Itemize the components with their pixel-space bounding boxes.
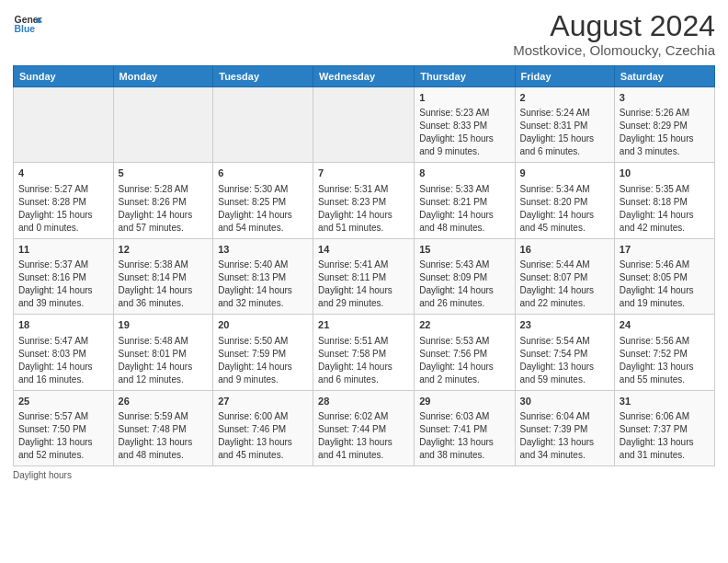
day-number: 3 (620, 91, 710, 105)
day-number: 27 (218, 395, 308, 408)
calendar-cell: 13Sunrise: 5:40 AM Sunset: 8:13 PM Dayli… (213, 238, 313, 314)
day-info: Sunrise: 6:00 AM Sunset: 7:46 PM Dayligh… (218, 411, 292, 460)
day-info: Sunrise: 5:24 AM Sunset: 8:31 PM Dayligh… (520, 108, 595, 156)
calendar-cell: 6Sunrise: 5:30 AM Sunset: 8:25 PM Daylig… (213, 163, 313, 238)
day-number: 17 (620, 243, 710, 257)
day-info: Sunrise: 5:37 AM Sunset: 8:16 PM Dayligh… (18, 259, 93, 308)
calendar-week-2: 4Sunrise: 5:27 AM Sunset: 8:28 PM Daylig… (14, 163, 715, 238)
calendar-cell: 5Sunrise: 5:28 AM Sunset: 8:26 PM Daylig… (113, 163, 213, 238)
calendar-cell (14, 87, 114, 163)
day-header-thursday: Thursday (415, 66, 515, 87)
day-number: 31 (620, 395, 710, 408)
calendar-cell: 20Sunrise: 5:50 AM Sunset: 7:59 PM Dayli… (213, 315, 313, 390)
day-number: 10 (620, 167, 710, 180)
calendar-cell (113, 87, 213, 163)
day-info: Sunrise: 6:06 AM Sunset: 7:37 PM Dayligh… (620, 411, 694, 460)
calendar-cell: 8Sunrise: 5:33 AM Sunset: 8:21 PM Daylig… (415, 163, 515, 238)
day-number: 1 (419, 91, 509, 105)
day-header-monday: Monday (113, 66, 213, 87)
day-number: 11 (18, 243, 108, 257)
day-info: Sunrise: 5:46 AM Sunset: 8:05 PM Dayligh… (620, 259, 694, 308)
calendar-cell: 25Sunrise: 5:57 AM Sunset: 7:50 PM Dayli… (14, 390, 114, 465)
calendar-week-4: 18Sunrise: 5:47 AM Sunset: 8:03 PM Dayli… (14, 315, 715, 390)
day-info: Sunrise: 5:38 AM Sunset: 8:14 PM Dayligh… (119, 259, 193, 308)
day-info: Sunrise: 5:31 AM Sunset: 8:23 PM Dayligh… (318, 184, 392, 233)
calendar-cell: 1Sunrise: 5:23 AM Sunset: 8:33 PM Daylig… (415, 87, 515, 163)
calendar-week-1: 1Sunrise: 5:23 AM Sunset: 8:33 PM Daylig… (14, 87, 715, 163)
day-number: 4 (18, 167, 108, 180)
calendar-cell (313, 87, 415, 163)
calendar-cell: 14Sunrise: 5:41 AM Sunset: 8:11 PM Dayli… (313, 238, 415, 314)
day-header-wednesday: Wednesday (313, 66, 415, 87)
day-info: Sunrise: 6:03 AM Sunset: 7:41 PM Dayligh… (419, 411, 494, 460)
day-number: 29 (419, 395, 509, 408)
calendar-cell: 11Sunrise: 5:37 AM Sunset: 8:16 PM Dayli… (14, 238, 114, 314)
title-block: August 2024 Mostkovice, Olomoucky, Czech… (513, 11, 715, 58)
day-info: Sunrise: 5:54 AM Sunset: 7:54 PM Dayligh… (520, 336, 595, 385)
calendar-cell: 2Sunrise: 5:24 AM Sunset: 8:31 PM Daylig… (515, 87, 614, 163)
page: General Blue August 2024 Mostkovice, Olo… (0, 0, 728, 563)
day-info: Sunrise: 5:59 AM Sunset: 7:48 PM Dayligh… (119, 411, 193, 460)
day-number: 6 (218, 167, 308, 180)
day-number: 7 (318, 167, 409, 180)
day-number: 21 (318, 318, 409, 332)
svg-text:Blue: Blue (15, 24, 36, 34)
calendar-cell: 28Sunrise: 6:02 AM Sunset: 7:44 PM Dayli… (313, 390, 415, 465)
day-info: Sunrise: 5:41 AM Sunset: 8:11 PM Dayligh… (318, 259, 392, 308)
calendar-cell: 3Sunrise: 5:26 AM Sunset: 8:29 PM Daylig… (614, 87, 714, 163)
calendar-cell: 19Sunrise: 5:48 AM Sunset: 8:01 PM Dayli… (113, 315, 213, 390)
logo-icon: General Blue (13, 11, 42, 37)
day-info: Sunrise: 5:28 AM Sunset: 8:26 PM Dayligh… (119, 184, 193, 233)
day-number: 8 (419, 167, 509, 180)
day-info: Sunrise: 5:34 AM Sunset: 8:20 PM Dayligh… (520, 184, 595, 233)
month-title: August 2024 (513, 11, 715, 40)
calendar-cell: 18Sunrise: 5:47 AM Sunset: 8:03 PM Dayli… (14, 315, 114, 390)
day-header-saturday: Saturday (614, 66, 714, 87)
day-number: 23 (520, 318, 609, 332)
day-number: 12 (119, 243, 209, 257)
calendar-cell: 27Sunrise: 6:00 AM Sunset: 7:46 PM Dayli… (213, 390, 313, 465)
calendar-cell: 10Sunrise: 5:35 AM Sunset: 8:18 PM Dayli… (614, 163, 714, 238)
day-info: Sunrise: 5:23 AM Sunset: 8:33 PM Dayligh… (419, 108, 494, 156)
calendar-cell: 22Sunrise: 5:53 AM Sunset: 7:56 PM Dayli… (415, 315, 515, 390)
day-number: 19 (119, 318, 209, 332)
calendar-cell: 24Sunrise: 5:56 AM Sunset: 7:52 PM Dayli… (614, 315, 714, 390)
calendar-cell: 29Sunrise: 6:03 AM Sunset: 7:41 PM Dayli… (415, 390, 515, 465)
day-info: Sunrise: 5:40 AM Sunset: 8:13 PM Dayligh… (218, 259, 292, 308)
calendar-cell: 26Sunrise: 5:59 AM Sunset: 7:48 PM Dayli… (113, 390, 213, 465)
day-number: 25 (18, 395, 108, 408)
day-number: 22 (419, 318, 509, 332)
calendar-header-row: SundayMondayTuesdayWednesdayThursdayFrid… (14, 66, 715, 87)
day-info: Sunrise: 5:47 AM Sunset: 8:03 PM Dayligh… (18, 336, 93, 385)
day-number: 13 (218, 243, 308, 257)
calendar-week-5: 25Sunrise: 5:57 AM Sunset: 7:50 PM Dayli… (14, 390, 715, 465)
day-info: Sunrise: 5:53 AM Sunset: 7:56 PM Dayligh… (419, 336, 494, 385)
day-info: Sunrise: 5:35 AM Sunset: 8:18 PM Dayligh… (620, 184, 694, 233)
day-header-sunday: Sunday (14, 66, 114, 87)
day-info: Sunrise: 6:04 AM Sunset: 7:39 PM Dayligh… (520, 411, 595, 460)
location: Mostkovice, Olomoucky, Czechia (513, 42, 715, 58)
day-number: 30 (520, 395, 609, 408)
day-number: 9 (520, 167, 609, 180)
day-number: 20 (218, 318, 308, 332)
day-info: Sunrise: 5:33 AM Sunset: 8:21 PM Dayligh… (419, 184, 494, 233)
day-number: 24 (620, 318, 710, 332)
calendar-body: 1Sunrise: 5:23 AM Sunset: 8:33 PM Daylig… (14, 87, 715, 466)
calendar-cell: 16Sunrise: 5:44 AM Sunset: 8:07 PM Dayli… (515, 238, 614, 314)
day-number: 14 (318, 243, 409, 257)
header: General Blue August 2024 Mostkovice, Olo… (13, 11, 715, 58)
day-info: Sunrise: 5:51 AM Sunset: 7:58 PM Dayligh… (318, 336, 392, 385)
calendar-cell: 31Sunrise: 6:06 AM Sunset: 7:37 PM Dayli… (614, 390, 714, 465)
calendar-cell: 17Sunrise: 5:46 AM Sunset: 8:05 PM Dayli… (614, 238, 714, 314)
calendar-cell: 21Sunrise: 5:51 AM Sunset: 7:58 PM Dayli… (313, 315, 415, 390)
calendar-cell: 7Sunrise: 5:31 AM Sunset: 8:23 PM Daylig… (313, 163, 415, 238)
calendar-cell: 12Sunrise: 5:38 AM Sunset: 8:14 PM Dayli… (113, 238, 213, 314)
calendar-week-3: 11Sunrise: 5:37 AM Sunset: 8:16 PM Dayli… (14, 238, 715, 314)
calendar-cell: 4Sunrise: 5:27 AM Sunset: 8:28 PM Daylig… (14, 163, 114, 238)
calendar-cell: 23Sunrise: 5:54 AM Sunset: 7:54 PM Dayli… (515, 315, 614, 390)
day-number: 15 (419, 243, 509, 257)
day-header-friday: Friday (515, 66, 614, 87)
calendar: SundayMondayTuesdayWednesdayThursdayFrid… (13, 65, 715, 466)
day-info: Sunrise: 5:26 AM Sunset: 8:29 PM Dayligh… (620, 108, 694, 156)
day-info: Sunrise: 5:57 AM Sunset: 7:50 PM Dayligh… (18, 411, 93, 460)
